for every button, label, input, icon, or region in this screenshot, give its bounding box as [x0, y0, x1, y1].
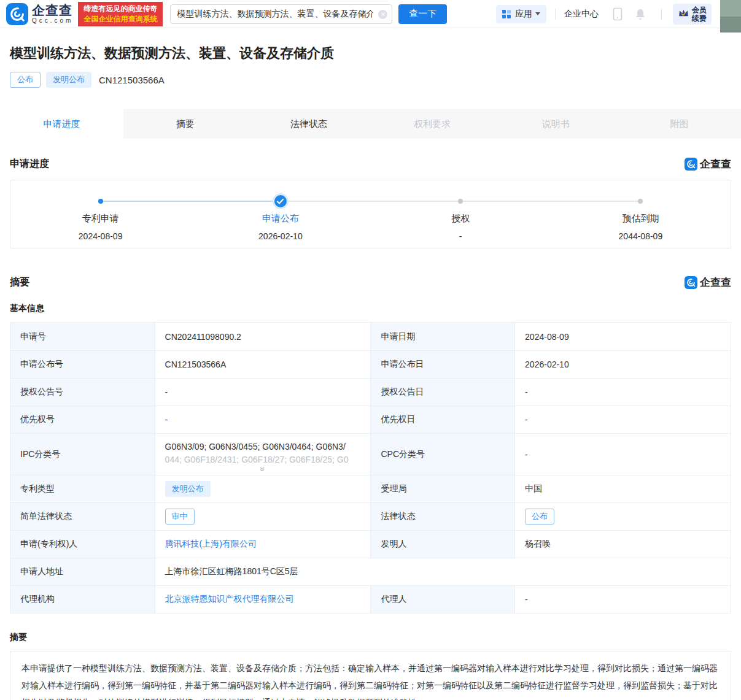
tab-drawings: 附图 [618, 109, 741, 139]
header-nav: 应用 企业中心 会员 续费 [496, 4, 741, 25]
vip-line2: 续费 [692, 14, 707, 23]
application-timeline: 专利申请 2024-08-09 申请公布 2026-02-10 授权 - 预估到… [10, 180, 731, 248]
milestone-filing: 专利申请 2024-08-09 [10, 213, 190, 241]
applicant-company-link[interactable]: 腾讯科技(上海)有限公司 [165, 539, 257, 550]
milestone-dot-pending [458, 199, 463, 204]
tab-application-progress[interactable]: 申请进度 [0, 109, 123, 139]
timeline-segment [101, 201, 281, 202]
slogan-line1: 缔造有远见的商业传奇 [83, 4, 157, 14]
table-row-ipc: IPC分类号 G06N3/09; G06N3/0455; G06N3/0464;… [10, 433, 731, 475]
timeline-segment [281, 201, 460, 202]
vip-badge-icon [678, 7, 689, 21]
abstract-text: 本申请提供了一种模型训练方法、数据预测方法、装置、设备及存储介质；方法包括：确定… [10, 651, 731, 700]
table-row: 申请人地址 上海市徐汇区虹梅路1801号C区5层 [10, 558, 731, 585]
patent-header: 模型训练方法、数据预测方法、装置、设备及存储介质 公布 发明公布 CN12150… [0, 28, 741, 88]
page-title: 模型训练方法、数据预测方法、装置、设备及存储介质 [10, 44, 731, 63]
table-row: 代理机构 北京派特恩知识产权代理有限公司 代理人 - [10, 585, 731, 613]
publication-number: CN121503566A [99, 75, 165, 85]
user-avatar[interactable] [720, 0, 741, 33]
ipc-value: G06N3/09; G06N3/0455; G06N3/0464; G06N3/… [155, 434, 371, 475]
brand-domain: Qcc.com [32, 18, 73, 24]
milestone-publication: 申请公布 2026-02-10 [190, 213, 370, 241]
tab-summary[interactable]: 摘要 [123, 109, 247, 139]
apps-label: 应用 [515, 9, 532, 20]
mobile-app-icon[interactable] [612, 7, 623, 21]
enterprise-center-link[interactable]: 企业中心 [564, 9, 599, 20]
table-row: 简单法律状态 审中 法律状态 公布 [10, 502, 731, 530]
agency-company-link[interactable]: 北京派特恩知识产权代理有限公司 [165, 594, 294, 605]
basic-info-heading: 基本信息 [0, 303, 741, 314]
qcc-watermark-label: 企查查 [700, 157, 731, 171]
summary-heading: 摘要 [10, 276, 29, 289]
progress-section-head: 申请进度 企查查 [0, 157, 741, 171]
qcc-watermark: 企查查 [685, 275, 731, 290]
milestone-check-icon [274, 195, 287, 207]
qcc-logo-icon [6, 3, 28, 25]
table-row: 授权公告号 - 授权公告日 - [10, 378, 731, 406]
divider [661, 9, 662, 20]
table-row: 申请公布号 CN121503566A 申请公布日 2026-02-10 [10, 350, 731, 378]
tab-bar: 申请进度 摘要 法律状态 权利要求 说明书 附图 [0, 109, 741, 139]
brand-name: 企查查 [32, 4, 73, 17]
slogan-line2: 全国企业信用查询系统 [83, 14, 157, 25]
tab-claims: 权利要求 [371, 109, 494, 139]
patent-type-badge: 发明公布 [165, 481, 211, 497]
table-row: 专利类型 发明公布 受理局 中国 [10, 475, 731, 502]
qcc-logo[interactable]: 企查查 Qcc.com [6, 3, 73, 25]
apps-menu-button[interactable]: 应用 [496, 5, 546, 23]
table-row: 申请号 CN202411098090.2 申请日期 2024-08-09 [10, 323, 731, 350]
divider [555, 9, 556, 20]
patent-tags: 公布 发明公布 CN121503566A [10, 72, 731, 88]
milestone-estimated-expiry: 预估到期 2044-08-09 [551, 213, 731, 241]
agent-name: - [514, 586, 731, 613]
expand-chevron-icon[interactable]: » [165, 466, 361, 472]
milestone-dot-pending [638, 199, 643, 204]
legal-status-badge: 公布 [525, 509, 554, 525]
table-row: 优先权号 - 优先权日 - [10, 406, 731, 433]
inventor-name: 杨召唤 [514, 531, 731, 558]
vip-renew-button[interactable]: 会员 续费 [673, 4, 712, 25]
applicant-address: 上海市徐汇区虹梅路1801号C区5层 [155, 558, 731, 585]
vip-line1: 会员 [692, 6, 707, 14]
tab-description: 说明书 [494, 109, 618, 139]
simple-legal-status-badge: 审中 [165, 509, 195, 525]
qcc-watermark: 企查查 [685, 157, 731, 171]
status-badge: 公布 [10, 72, 41, 88]
tab-legal-status[interactable]: 法律状态 [247, 109, 370, 139]
milestone-grant: 授权 - [371, 213, 551, 241]
notification-bell-icon[interactable] [634, 7, 646, 21]
search-input[interactable] [170, 4, 392, 24]
brand-slogan: 缔造有远见的商业传奇 全国企业信用查询系统 [78, 2, 163, 26]
summary-section-head: 摘要 企查查 [0, 275, 741, 290]
search-clear-icon[interactable]: ✕ [378, 10, 387, 19]
patent-type-badge: 发明公布 [46, 72, 91, 88]
progress-heading: 申请进度 [10, 158, 49, 171]
milestone-dot-done [98, 199, 103, 204]
qcc-watermark-label: 企查查 [700, 275, 731, 290]
abstract-heading: 摘要 [0, 632, 741, 643]
caret-down-icon [535, 12, 540, 15]
search-button[interactable]: 查一下 [398, 4, 447, 24]
apps-grid-icon [502, 10, 511, 18]
table-row: 申请(专利权)人 腾讯科技(上海)有限公司 发明人 杨召唤 [10, 530, 731, 558]
timeline-segment [460, 201, 640, 202]
search-bar: ✕ 查一下 [170, 4, 447, 24]
page: 企查查 Qcc.com 缔造有远见的商业传奇 全国企业信用查询系统 ✕ 查一下 … [0, 0, 741, 700]
top-header: 企查查 Qcc.com 缔造有远见的商业传奇 全国企业信用查询系统 ✕ 查一下 … [0, 0, 741, 28]
basic-info-table: 申请号 CN202411098090.2 申请日期 2024-08-09 申请公… [10, 322, 731, 613]
